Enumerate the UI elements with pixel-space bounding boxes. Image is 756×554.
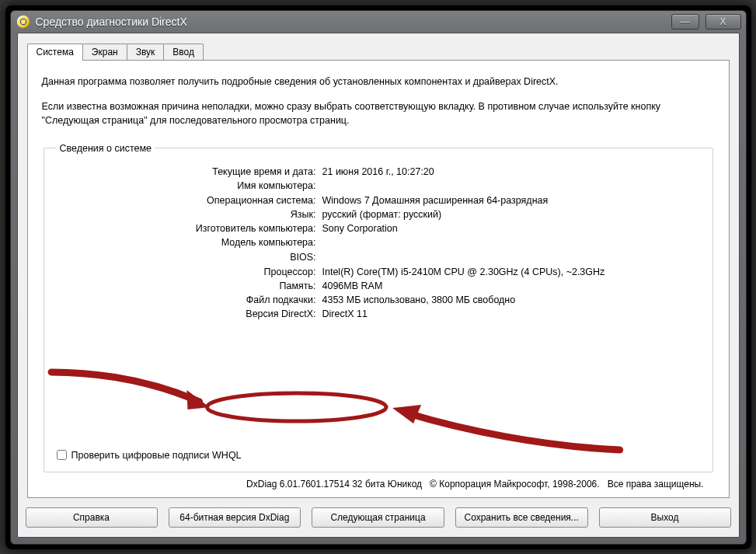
row-datetime: Текущие время и дата: 21 июня 2016 г., 1…	[57, 165, 700, 179]
label-model: Модель компьютера:	[57, 235, 319, 250]
button-bar: Справка 64-битная версия DxDiag Следующа…	[18, 498, 739, 537]
system-info-table: Текущие время и дата: 21 июня 2016 г., 1…	[57, 165, 700, 321]
value-datetime: 21 июня 2016 г., 10:27:20	[319, 165, 700, 179]
label-lang: Язык:	[57, 207, 319, 221]
bit64-button[interactable]: 64-битная версия DxDiag	[169, 507, 301, 528]
row-ram: Память: 4096MB RAM	[57, 279, 700, 293]
tab-system[interactable]: Система	[27, 44, 83, 61]
exit-button[interactable]: Выход	[599, 507, 731, 528]
tab-display[interactable]: Экран	[82, 44, 127, 61]
value-os: Windows 7 Домашняя расширенная 64-разряд…	[319, 193, 700, 208]
value-pagefile: 4353 МБ использовано, 3800 МБ свободно	[319, 293, 700, 307]
row-dxver: Версия DirectX: DirectX 11	[57, 307, 700, 321]
label-datetime: Текущие время и дата:	[57, 165, 319, 179]
system-info-group: Сведения о системе Текущие время и дата:…	[44, 143, 713, 472]
dxdiag-version: DxDiag 6.01.7601.17514 32 бита Юникод	[246, 479, 422, 490]
next-page-button[interactable]: Следующая страница	[312, 507, 444, 528]
client-area: Система Экран Звук Ввод Данная программа…	[17, 33, 740, 538]
row-model: Модель компьютера:	[57, 235, 700, 250]
legal-footer: DxDiag 6.01.7601.17514 32 бита Юникод © …	[42, 479, 704, 490]
tab-panel-system: Данная программа позволяет получить подр…	[27, 60, 730, 498]
label-pcname: Имя компьютера:	[57, 179, 319, 193]
row-cpu: Процессор: Intel(R) Core(TM) i5-2410M CP…	[57, 265, 700, 279]
intro-paragraph-1: Данная программа позволяет получить подр…	[42, 75, 715, 89]
label-dxver: Версия DirectX:	[57, 307, 319, 321]
label-ram: Память:	[57, 279, 319, 293]
row-pagefile: Файл подкачки: 4353 МБ использовано, 380…	[57, 293, 700, 307]
label-os: Операционная система:	[57, 193, 319, 208]
row-lang: Язык: русский (формат: русский)	[57, 207, 700, 221]
copyright-text: © Корпорация Майкрософт, 1998-2006.	[430, 479, 600, 490]
row-pcname: Имя компьютера:	[57, 179, 700, 193]
system-info-legend: Сведения о системе	[57, 143, 155, 154]
label-pagefile: Файл подкачки:	[57, 293, 319, 307]
value-ram: 4096MB RAM	[319, 279, 700, 293]
minimize-button[interactable]: —	[671, 14, 699, 30]
row-os: Операционная система: Windows 7 Домашняя…	[57, 193, 700, 208]
value-pcname	[319, 179, 700, 193]
value-cpu: Intel(R) Core(TM) i5-2410M CPU @ 2.30GHz…	[319, 265, 700, 279]
label-cpu: Процессор:	[57, 265, 319, 279]
row-bios: BIOS:	[57, 250, 700, 265]
label-manuf: Изготовитель компьютера:	[57, 221, 319, 235]
save-all-button[interactable]: Сохранить все сведения...	[455, 507, 588, 528]
value-model	[319, 235, 700, 250]
titlebar: Средство диагностики DirectX — X	[11, 11, 746, 33]
row-manuf: Изготовитель компьютера: Sony Corporatio…	[57, 221, 700, 235]
value-lang: русский (формат: русский)	[319, 207, 700, 221]
value-dxver: DirectX 11	[319, 307, 700, 321]
intro-paragraph-2: Если известна возможная причина неполадк…	[42, 99, 715, 127]
whql-checkbox-row[interactable]: Проверить цифровые подписи WHQL	[57, 450, 242, 461]
tab-sound[interactable]: Звук	[127, 44, 165, 61]
tab-input[interactable]: Ввод	[163, 44, 204, 61]
window-frame: Средство диагностики DirectX — X Система…	[10, 10, 747, 545]
help-button[interactable]: Справка	[26, 507, 158, 528]
app-icon	[17, 16, 30, 28]
close-button[interactable]: X	[705, 14, 741, 30]
window-title: Средство диагностики DirectX	[36, 16, 187, 28]
value-bios	[319, 250, 700, 265]
label-bios: BIOS:	[57, 250, 319, 265]
whql-label: Проверить цифровые подписи WHQL	[71, 450, 242, 461]
value-manuf: Sony Corporation	[319, 221, 700, 235]
whql-checkbox[interactable]	[57, 450, 67, 460]
rights-text: Все права защищены.	[608, 479, 704, 490]
